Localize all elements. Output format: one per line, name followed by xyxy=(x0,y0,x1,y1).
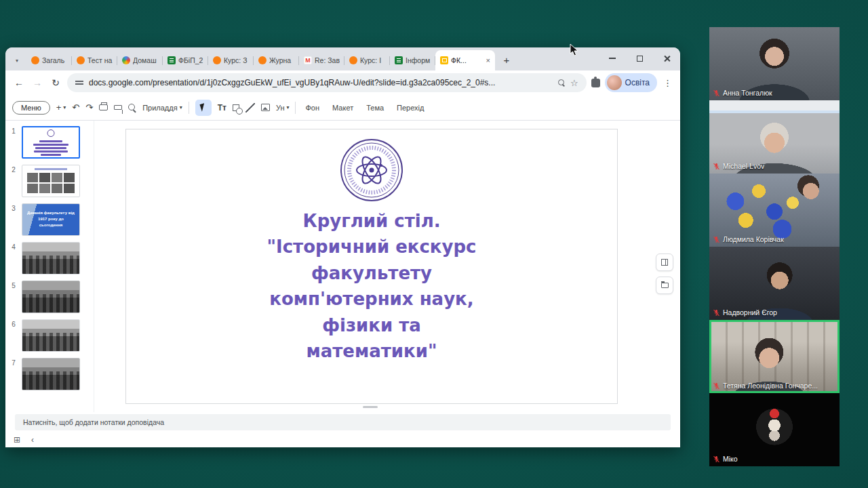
faculty-emblem-logo xyxy=(339,138,404,205)
collapse-filmstrip-button[interactable]: ‹ xyxy=(31,435,34,445)
url-omnibox[interactable]: docs.google.com/presentation/d/1j0zCxggz… xyxy=(67,73,587,92)
layout-button[interactable]: Макет xyxy=(329,101,357,115)
sheets-favicon-icon xyxy=(167,56,176,64)
slide-thumbnail-6[interactable] xyxy=(22,319,80,352)
slides-toolbar: Меню + ▾ ↶ ↷ Приладдя ▾ Тт Ун xyxy=(5,95,680,121)
image-tool-icon[interactable] xyxy=(261,104,270,111)
transition-button[interactable]: Перехід xyxy=(393,101,427,115)
paint-format-icon[interactable] xyxy=(114,105,122,110)
zoom-tool-icon[interactable] xyxy=(128,104,136,112)
window-controls xyxy=(599,47,680,69)
extensions-icon[interactable] xyxy=(591,79,600,87)
menu-button[interactable]: Меню xyxy=(12,101,50,115)
tools-dropdown-label: Приладдя xyxy=(142,104,178,112)
tab-search-button[interactable]: ▾ xyxy=(9,53,24,68)
back-button[interactable]: ← xyxy=(12,77,26,88)
search-lens-icon[interactable] xyxy=(558,79,565,86)
browser-tab-4[interactable]: ФБіП_2 xyxy=(163,50,208,70)
slide-thumbnail-2[interactable] xyxy=(22,165,80,197)
browser-tab-5[interactable]: Курс: З xyxy=(208,50,254,70)
slide-thumbnail-4[interactable] xyxy=(22,242,80,274)
slide-thumbnail-row-3: 3 Деканія факультету від 1917 року до сь… xyxy=(5,203,90,236)
tab-label: Курс: З xyxy=(224,56,249,64)
browser-tab-1[interactable]: Загаль xyxy=(26,50,72,70)
participant-tile-miko[interactable]: Міко xyxy=(709,393,840,466)
gmail-favicon-icon: M xyxy=(304,56,312,64)
line-tool-icon[interactable] xyxy=(245,103,255,113)
slide-filmstrip: 1 2 xyxy=(5,121,94,412)
side-rail xyxy=(656,253,673,294)
current-slide[interactable]: Круглий стіл. "Історичний екскурс факуль… xyxy=(125,129,618,404)
slide-thumbnail-7[interactable] xyxy=(22,358,80,390)
forward-button[interactable]: → xyxy=(31,77,44,88)
shape-tool-icon[interactable] xyxy=(233,104,239,111)
slide-thumbnail-row-2: 2 xyxy=(5,165,90,197)
chevron-down-icon: ▾ xyxy=(63,104,66,110)
browser-menu-icon[interactable]: ⋮ xyxy=(662,78,673,88)
redo-button[interactable]: ↷ xyxy=(85,102,93,113)
moodle-favicon-icon xyxy=(77,56,85,64)
profile-avatar xyxy=(607,75,622,90)
side-panel-button[interactable] xyxy=(656,253,673,271)
text-box-tool-button[interactable]: Тт xyxy=(218,103,226,113)
slide-thumbnail-1[interactable] xyxy=(22,126,80,159)
folder-panel-button[interactable] xyxy=(656,277,673,294)
theme-button[interactable]: Тема xyxy=(363,101,387,115)
profile-chip[interactable]: Освіта xyxy=(605,73,657,92)
grid-view-button[interactable]: ⊞ xyxy=(14,435,20,445)
font-dropdown[interactable]: Ун ▾ xyxy=(276,104,290,112)
slide-thumbnail-row-4: 4 xyxy=(5,242,90,274)
tab-label: Курс: І xyxy=(360,56,385,64)
moodle-favicon-icon xyxy=(31,56,39,64)
profile-name: Освіта xyxy=(625,78,650,87)
participant-name-tag: Michael Lvov xyxy=(713,162,764,170)
slide-thumbnail-5[interactable] xyxy=(22,281,80,313)
slide-thumbnail-row-5: 5 xyxy=(5,281,90,313)
background-button[interactable]: Фон xyxy=(302,101,323,115)
bookmark-star-icon[interactable]: ☆ xyxy=(570,78,578,88)
browser-tab-3[interactable]: Домаш xyxy=(117,50,163,70)
browser-tab-6[interactable]: Журна xyxy=(254,50,299,70)
slide-number: 5 xyxy=(5,281,22,313)
browser-tab-8[interactable]: Курс: І xyxy=(344,50,390,70)
minimize-button[interactable] xyxy=(599,47,626,69)
slide-number: 7 xyxy=(5,358,22,390)
maximize-button[interactable] xyxy=(626,47,653,69)
undo-button[interactable]: ↶ xyxy=(72,102,79,113)
tab-label: ФБіП_2 xyxy=(178,56,203,64)
browser-tab-2[interactable]: Тест на xyxy=(72,50,117,70)
slide-number: 2 xyxy=(5,165,22,197)
participant-tile-anna[interactable]: Анна Тонгалюк xyxy=(709,27,840,100)
select-tool-button[interactable] xyxy=(195,100,212,116)
participant-name: Michael Lvov xyxy=(723,162,764,170)
print-icon[interactable] xyxy=(99,104,108,110)
address-bar: ← → ↻ docs.google.com/presentation/d/1j0… xyxy=(5,70,680,95)
browser-tab-9[interactable]: Інформ xyxy=(390,50,435,70)
slide-title[interactable]: Круглий стіл. "Історичний екскурс факуль… xyxy=(153,208,590,365)
browser-tab-7[interactable]: M Re: Зав xyxy=(299,50,344,70)
url-text[interactable]: docs.google.com/presentation/d/1j0zCxggz… xyxy=(89,78,553,87)
canvas-scroll-handle[interactable] xyxy=(363,406,378,408)
tab-close-icon[interactable]: × xyxy=(486,56,490,64)
slide-number: 1 xyxy=(5,126,22,159)
slides-app-body: 1 2 xyxy=(5,121,680,412)
moodle-favicon-icon xyxy=(349,56,357,64)
new-tab-button[interactable]: + xyxy=(498,51,515,68)
participant-tile-tetiana-active-speaker[interactable]: Тетяна Леонідівна Гончаре... xyxy=(709,320,840,393)
participant-name-tag: Людмила Корівчак xyxy=(713,235,784,243)
browser-tab-active[interactable]: ФК... × xyxy=(435,50,495,70)
slide-thumbnail-3[interactable]: Деканія факультету від 1917 року до сьог… xyxy=(22,203,80,236)
new-slide-button[interactable]: + ▾ xyxy=(56,102,66,113)
cursor-icon xyxy=(200,103,207,112)
site-settings-icon[interactable] xyxy=(75,79,83,86)
tools-dropdown[interactable]: Приладдя ▾ xyxy=(142,104,182,112)
browser-window: ▾ Загаль Тест на Домаш ФБіП_2 Курс: З xyxy=(5,47,680,447)
plus-icon: + xyxy=(56,102,62,113)
reload-button[interactable]: ↻ xyxy=(49,77,62,88)
speaker-notes-input[interactable]: Натисніть, щоб додати нотатки доповідача xyxy=(15,414,671,430)
participant-tile-liudmyla[interactable]: Людмила Корівчак xyxy=(709,174,840,247)
participant-tile-michael[interactable]: Michael Lvov xyxy=(709,100,840,174)
close-window-button[interactable] xyxy=(653,47,680,69)
participant-tile-yehor[interactable]: Надворний Єгор xyxy=(709,247,840,320)
participants-panel: Анна Тонгалюк Michael Lvov xyxy=(709,27,840,466)
